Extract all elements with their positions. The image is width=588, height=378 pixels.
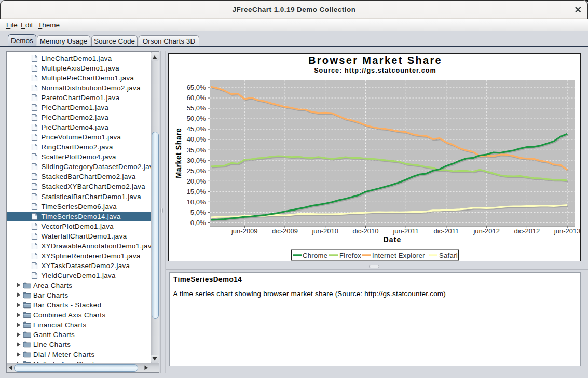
svg-text:20,0%: 20,0% <box>187 177 206 185</box>
svg-text:60,0%: 60,0% <box>187 94 206 102</box>
svg-text:dic-2012: dic-2012 <box>514 227 540 235</box>
svg-text:dic-2011: dic-2011 <box>433 227 459 235</box>
svg-text:40,0%: 40,0% <box>187 135 206 143</box>
svg-text:35,0%: 35,0% <box>187 146 206 154</box>
svg-text:dic-2010: dic-2010 <box>353 227 379 235</box>
svg-text:Market Share: Market Share <box>174 128 183 178</box>
svg-text:30,0%: 30,0% <box>187 157 206 164</box>
svg-text:25,0%: 25,0% <box>187 167 206 175</box>
svg-text:Source: http://gs.statcounter.: Source: http://gs.statcounter.com <box>314 67 436 74</box>
svg-text:dic-2009: dic-2009 <box>272 227 298 235</box>
svg-text:50,0%: 50,0% <box>187 115 206 122</box>
svg-text:65,0%: 65,0% <box>187 83 206 91</box>
svg-text:jun-2009: jun-2009 <box>231 227 258 235</box>
svg-text:Safari: Safari <box>439 251 458 259</box>
svg-text:Date: Date <box>383 235 401 244</box>
svg-text:Chrome: Chrome <box>303 251 327 259</box>
svg-text:0,0%: 0,0% <box>190 219 206 227</box>
svg-text:jun-2010: jun-2010 <box>311 227 338 235</box>
svg-text:55,0%: 55,0% <box>187 104 206 112</box>
svg-text:Firefox: Firefox <box>339 251 361 259</box>
svg-text:jun-2012: jun-2012 <box>473 227 500 235</box>
svg-text:jun-2011: jun-2011 <box>392 227 419 235</box>
svg-text:15,0%: 15,0% <box>187 188 206 195</box>
svg-text:Internet Explorer: Internet Explorer <box>372 251 425 259</box>
svg-text:5,0%: 5,0% <box>190 208 206 216</box>
svg-text:jun-2013: jun-2013 <box>554 227 580 235</box>
svg-text:Browser Market Share: Browser Market Share <box>308 54 442 66</box>
svg-text:45,0%: 45,0% <box>187 125 206 133</box>
svg-text:10,0%: 10,0% <box>187 198 206 206</box>
